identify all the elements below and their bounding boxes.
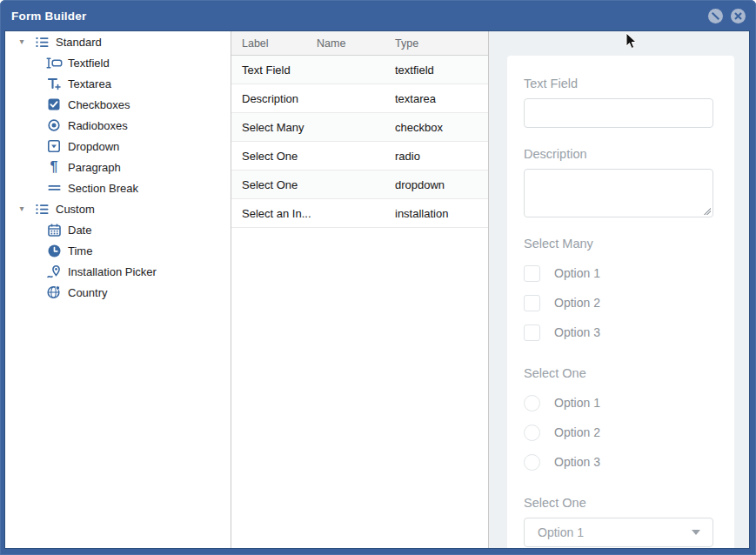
text-field-input[interactable] bbox=[524, 98, 713, 128]
list-icon bbox=[33, 37, 50, 48]
radio-icon bbox=[45, 119, 63, 131]
table-row[interactable]: Description textarea bbox=[231, 84, 488, 113]
column-header-name: Name bbox=[317, 37, 395, 50]
expander-icon[interactable]: ▾ bbox=[16, 204, 28, 213]
cell-type: dropdown bbox=[395, 178, 488, 191]
tree-item-label: Checkboxes bbox=[68, 98, 130, 111]
tree-item-label: Installation Picker bbox=[68, 265, 157, 278]
fields-table: Label Name Type Text Field textfield Des… bbox=[231, 31, 489, 548]
cell-label: Text Field bbox=[231, 64, 317, 77]
tree-item-country[interactable]: Country bbox=[5, 282, 231, 303]
checkbox-option[interactable]: Option 2 bbox=[524, 288, 718, 318]
cell-type: installation bbox=[395, 207, 488, 220]
country-icon bbox=[45, 285, 63, 299]
text-field-label: Text Field bbox=[524, 77, 718, 90]
time-icon bbox=[45, 244, 63, 257]
checkbox-icon[interactable] bbox=[524, 324, 540, 341]
description-label: Description bbox=[524, 147, 718, 161]
block-icon[interactable] bbox=[707, 8, 724, 24]
tree-item-time[interactable]: Time bbox=[5, 240, 231, 261]
select-one-radio-label: Select One bbox=[524, 366, 718, 380]
radio-option[interactable]: Option 3 bbox=[524, 447, 718, 477]
cell-label: Select One bbox=[231, 150, 317, 163]
tree-item-label: Section Break bbox=[68, 182, 138, 195]
section-break-icon bbox=[45, 184, 63, 192]
table-row[interactable]: Text Field textfield bbox=[231, 56, 488, 84]
checkbox-option[interactable]: Option 1 bbox=[524, 258, 718, 288]
tree-group-label: Custom bbox=[56, 203, 95, 216]
tree-item-textfield[interactable]: Textfield bbox=[5, 52, 231, 73]
tree-item-installation-picker[interactable]: Installation Picker bbox=[5, 261, 231, 282]
checkbox-icon bbox=[45, 98, 63, 110]
tree-item-label: Country bbox=[68, 286, 108, 299]
radio-icon[interactable] bbox=[524, 395, 540, 411]
select-one-dropdown-label: Select One bbox=[524, 496, 718, 510]
tree-item-checkboxes[interactable]: Checkboxes bbox=[5, 94, 231, 115]
checkbox-icon[interactable] bbox=[524, 265, 540, 282]
tree-group-standard[interactable]: ▾ Standard bbox=[5, 31, 231, 52]
checkbox-icon[interactable] bbox=[524, 295, 540, 311]
table-row[interactable]: Select Many checkbox bbox=[231, 113, 488, 142]
date-icon bbox=[45, 224, 63, 237]
cell-type: textarea bbox=[395, 92, 488, 105]
tree-item-section-break[interactable]: Section Break bbox=[5, 177, 231, 198]
tree-item-label: Textarea bbox=[68, 77, 111, 90]
dropdown-selected-value: Option 1 bbox=[538, 525, 692, 539]
cell-label: Select One bbox=[231, 178, 317, 191]
tree-item-label: Paragraph bbox=[68, 161, 121, 174]
window-title: Form Builder bbox=[11, 10, 86, 23]
expander-icon[interactable]: ▾ bbox=[16, 37, 28, 46]
form-builder-window: Form Builder ▾ bbox=[0, 0, 756, 555]
option-label: Option 3 bbox=[554, 455, 600, 469]
tree-group-label: Standard bbox=[56, 36, 102, 49]
radio-icon[interactable] bbox=[524, 425, 540, 441]
option-label: Option 2 bbox=[554, 296, 600, 310]
paragraph-icon: ¶ bbox=[45, 161, 63, 173]
cell-type: radio bbox=[395, 150, 488, 163]
cell-label: Select Many bbox=[231, 121, 317, 134]
cell-type: textfield bbox=[395, 64, 488, 77]
form-preview-card: Text Field Description Select Many Optio… bbox=[507, 56, 734, 548]
chevron-down-icon bbox=[692, 530, 700, 535]
table-header: Label Name Type bbox=[231, 31, 488, 56]
radio-option[interactable]: Option 2 bbox=[524, 418, 718, 447]
tree-group-custom[interactable]: ▾ Custom bbox=[5, 198, 231, 219]
form-preview-panel: Text Field Description Select Many Optio… bbox=[489, 31, 749, 548]
installation-picker-icon bbox=[45, 265, 63, 278]
cell-label: Description bbox=[231, 92, 317, 105]
radio-icon[interactable] bbox=[524, 454, 540, 471]
tree-item-label: Dropdown bbox=[68, 140, 119, 153]
table-row[interactable]: Select One dropdown bbox=[231, 171, 488, 199]
checkbox-option[interactable]: Option 3 bbox=[524, 318, 718, 347]
dropdown-select[interactable]: Option 1 bbox=[524, 518, 713, 547]
textarea-icon bbox=[45, 77, 63, 90]
radio-option[interactable]: Option 1 bbox=[524, 388, 718, 418]
table-row[interactable]: Select an In... installation bbox=[231, 199, 488, 228]
tree-item-label: Date bbox=[68, 224, 91, 237]
window-content: ▾ Standard bbox=[5, 31, 749, 548]
tree-item-label: Radioboxes bbox=[68, 119, 128, 132]
column-header-type: Type bbox=[395, 37, 488, 50]
tree-item-label: Time bbox=[68, 244, 92, 257]
tree-item-label: Textfield bbox=[68, 57, 110, 70]
field-palette-tree: ▾ Standard bbox=[5, 31, 231, 548]
dropdown-icon bbox=[45, 140, 63, 152]
table-row[interactable]: Select One radio bbox=[231, 142, 488, 171]
column-header-label: Label bbox=[231, 37, 317, 50]
cell-type: checkbox bbox=[395, 121, 488, 134]
option-label: Option 3 bbox=[554, 325, 600, 339]
list-icon bbox=[33, 204, 50, 215]
close-icon[interactable] bbox=[730, 8, 746, 24]
tree-item-radioboxes[interactable]: Radioboxes bbox=[5, 115, 231, 136]
cell-label: Select an In... bbox=[231, 207, 317, 220]
select-many-label: Select Many bbox=[524, 237, 718, 251]
tree-item-paragraph[interactable]: ¶ Paragraph bbox=[5, 157, 231, 177]
tree-item-dropdown[interactable]: Dropdown bbox=[5, 136, 231, 157]
tree-item-date[interactable]: Date bbox=[5, 219, 231, 240]
description-textarea[interactable] bbox=[524, 169, 713, 217]
textfield-icon bbox=[45, 57, 63, 69]
titlebar: Form Builder bbox=[0, 0, 756, 31]
option-label: Option 2 bbox=[554, 425, 600, 439]
tree-item-textarea[interactable]: Textarea bbox=[5, 73, 231, 94]
option-label: Option 1 bbox=[554, 396, 600, 410]
